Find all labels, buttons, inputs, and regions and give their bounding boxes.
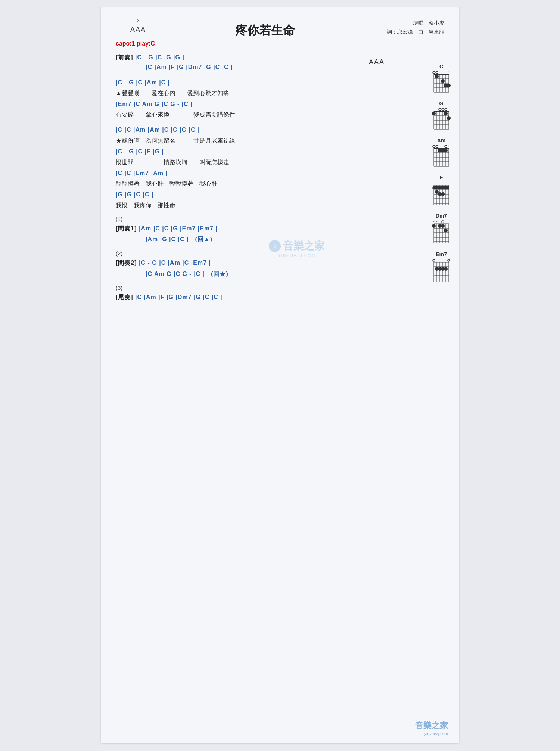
verse1-block: |C - G |C |Am |C | ▲聲聲嘆 愛在心內 愛到心驚才知痛 |Em… — [116, 78, 403, 119]
svg-point-30 — [442, 108, 444, 111]
verse2-lyric3: 輕輕摸著 我心肝 輕輕摸著 我心肝 — [116, 179, 403, 188]
svg-point-86 — [444, 229, 448, 232]
chord-svg-G — [431, 108, 452, 131]
svg-point-29 — [439, 108, 441, 111]
bottom-url: yinyuezj.com — [415, 731, 448, 736]
svg-point-46 — [433, 145, 435, 148]
verse2-block: |C |C |Am |Am |C |C |G |G | ★緣份啊 為何無留名 甘… — [116, 125, 403, 210]
svg-point-47 — [436, 145, 438, 148]
bottom-logo: 音樂之家 — [415, 720, 448, 731]
chord-svg-C: × — [431, 71, 452, 94]
prelude-label: [前奏] — [116, 54, 133, 60]
svg-point-83 — [432, 224, 436, 228]
outro-chords: |C |Am |F |G |Dm7 |G |C |C | — [135, 294, 223, 300]
interlude1-row2: |Am |G |C |C | (回▲) — [146, 235, 403, 244]
interlude1-chords1: |Am |C |C |G |Em7 |Em7 | — [139, 225, 218, 232]
header: 3 AAA 疼你若生命 演唱：蔡小虎 詞：邱宏漳 曲：吳東龍 — [116, 19, 444, 39]
svg-text:×: × — [448, 71, 449, 74]
top-right-info: 演唱：蔡小虎 詞：邱宏漳 曲：吳東龍 — [370, 19, 444, 37]
svg-point-13 — [435, 75, 439, 78]
part2-marker: (2) — [116, 250, 403, 257]
svg-text:×: × — [448, 145, 449, 148]
prelude-chords1: |C - G |C |G |G | — [135, 54, 184, 60]
svg-point-85 — [441, 224, 445, 228]
chord-svg-F: 1 — [431, 181, 452, 206]
verse1-lyric2: 心要碎 拿心來換 變成需要講條件 — [116, 110, 403, 119]
verse2-lyric1: ★緣份啊 為何無留名 甘是月老牽錯線 — [116, 136, 403, 145]
song-title: 疼你若生命 — [161, 22, 370, 39]
bottom-watermark: 音樂之家 yinyuezj.com — [415, 720, 448, 736]
svg-text:×: × — [436, 220, 438, 223]
chord-svg-Em7 — [431, 258, 452, 283]
chord-diagram-Am: Am × — [431, 137, 452, 168]
main-content: [前奏] |C - G |C |G |G | |C |Am |F |G |Dm7… — [116, 53, 403, 302]
svg-point-103 — [444, 267, 448, 271]
outro-label: [尾奏] — [116, 294, 133, 300]
interlude2-block: [間奏2] |C - G |C |Am |C |Em7 | |C Am G |C… — [116, 258, 403, 279]
outro-block: [尾奏] |C |Am |F |G |Dm7 |G |C |C | — [116, 292, 403, 302]
part1-marker: (1) — [116, 216, 403, 222]
aaa-symbol-top: 3 — [116, 19, 161, 25]
section-divider-1 — [116, 50, 444, 50]
outro-row: [尾奏] |C |Am |F |G |Dm7 |G |C |C | — [116, 292, 403, 302]
interlude1-row1: [間奏1] |Am |C |C |G |Em7 |Em7 | — [116, 224, 403, 233]
verse2-lyric2: 恨世間 情路坎坷 叫阮怎樣走 — [116, 158, 403, 167]
verse1-lyric1: ▲聲聲嘆 愛在心內 愛到心驚才知痛 — [116, 89, 403, 98]
verse2-chord4: |G |G |C |C | — [116, 190, 403, 199]
verse2-chord1: |C |C |Am |Am |C |C |G |G | — [116, 125, 403, 135]
part3-marker: (3) — [116, 285, 403, 291]
svg-point-32 — [432, 112, 436, 115]
chord-diagram-F: F 1 — [431, 174, 452, 206]
credits-label: 詞：邱宏漳 曲：吳東龍 — [370, 28, 444, 37]
interlude2-label: [間奏2] — [116, 260, 137, 266]
prelude-row2: |C |Am |F |G |Dm7 |G |C |C | — [146, 62, 403, 72]
verse2-chord3: |C |C |Em7 |Am | — [116, 168, 403, 178]
verse1-chord2: |Em7 |C Am G |C G - |C | — [116, 99, 403, 109]
right-aaa: 3 AAA — [369, 53, 385, 66]
prelude-block: [前奏] |C - G |C |G |G | |C |Am |F |G |Dm7… — [116, 53, 403, 72]
chord-diagram-C: C — [431, 63, 452, 94]
artist-label: 演唱：蔡小虎 — [370, 19, 444, 28]
interlude2-row2: |C Am G |C G - |C | (回★) — [146, 269, 403, 279]
interlude2-chords1: |C - G |C |Am |C |Em7 | — [139, 260, 211, 266]
verse2-lyric4: 我恨 我疼你 那性命 — [116, 201, 403, 210]
svg-point-33 — [444, 112, 448, 115]
svg-point-11 — [433, 71, 435, 74]
svg-point-34 — [447, 116, 451, 120]
svg-point-80 — [442, 221, 444, 223]
chord-diagram-Em7: Em7 — [431, 251, 452, 283]
svg-point-16 — [447, 84, 451, 87]
verse2-chord2: |C - G |C |F |G | — [116, 147, 403, 156]
chord-diagrams: C — [431, 63, 452, 283]
chord-svg-Dm7: × × — [431, 220, 452, 245]
capo-line: capo:1 play:C — [116, 40, 444, 47]
aaa-text-right: AAA — [369, 58, 385, 66]
interlude1-label: [間奏1] — [116, 225, 137, 232]
top-left-aaa: 3 AAA — [116, 19, 161, 34]
prelude-row1: [前奏] |C - G |C |G |G | — [116, 53, 403, 62]
svg-point-66 — [435, 190, 439, 194]
svg-point-52 — [444, 149, 448, 152]
svg-rect-65 — [433, 186, 449, 189]
page: 3 AAA 疼你若生命 演唱：蔡小虎 詞：邱宏漳 曲：吳東龍 capo:1 pl… — [101, 7, 459, 743]
svg-point-98 — [433, 259, 435, 261]
svg-point-99 — [448, 259, 450, 261]
svg-point-31 — [445, 108, 447, 111]
svg-point-48 — [445, 145, 447, 148]
svg-text:×: × — [433, 220, 435, 223]
svg-point-68 — [441, 192, 445, 196]
aaa-text-top: AAA — [116, 26, 161, 34]
interlude1-block: [間奏1] |Am |C |C |G |Em7 |Em7 | |Am |G |C… — [116, 224, 403, 244]
svg-point-12 — [436, 71, 438, 74]
chord-svg-Am: × — [431, 145, 452, 168]
svg-point-14 — [441, 79, 445, 83]
verse1-chord1: |C - G |C |Am |C | — [116, 78, 403, 87]
chord-diagram-Dm7: Dm7 × × — [431, 213, 452, 245]
interlude2-row1: [間奏2] |C - G |C |Am |C |Em7 | — [116, 258, 403, 268]
svg-text:1: 1 — [432, 186, 433, 190]
chord-diagram-G: G — [431, 100, 452, 131]
